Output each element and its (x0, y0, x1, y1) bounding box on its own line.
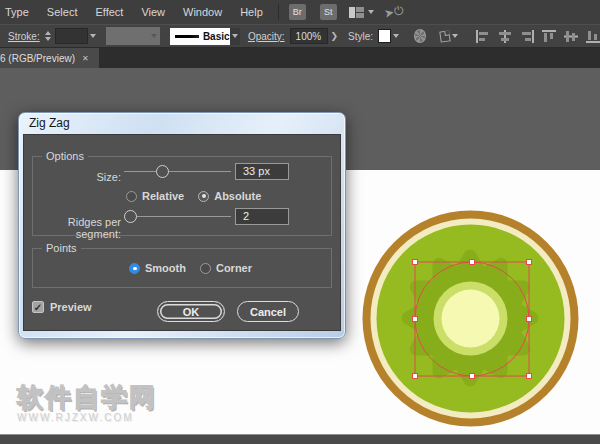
smooth-radio-icon[interactable] (129, 263, 140, 274)
preview-label: Preview (50, 301, 92, 313)
ridges-slider-thumb[interactable] (124, 210, 137, 223)
artboard-chevron-icon[interactable] (450, 28, 460, 44)
points-group-label: Points (42, 242, 81, 254)
workspace-switcher-icon[interactable] (349, 7, 364, 18)
watermark-title: 软件自学网 (17, 380, 157, 415)
stroke-label[interactable]: Stroke: (8, 31, 40, 42)
stroke-weight-chevron-icon[interactable] (88, 28, 98, 44)
document-tab-bar: 6 (RGB/Preview) ✕ (0, 48, 600, 68)
ridges-input[interactable]: 2 (235, 208, 289, 225)
align-middle-icon[interactable] (564, 30, 578, 43)
handle-top-center[interactable] (470, 260, 475, 265)
options-group-label: Options (42, 150, 88, 162)
handle-middle-right[interactable] (527, 317, 532, 322)
preview-option[interactable]: ✓ Preview (32, 301, 92, 313)
absolute-radio-icon[interactable] (198, 191, 209, 202)
ridges-slider[interactable] (124, 210, 231, 223)
control-bar: Stroke: Basic Opacity: 100% ❯ Style: (0, 24, 600, 48)
menu-window[interactable]: Window (174, 0, 231, 24)
status-strip (0, 434, 600, 444)
document-tab[interactable]: 6 (RGB/Preview) ✕ (0, 48, 99, 68)
style-label: Style: (348, 31, 373, 42)
dialog-titlebar[interactable]: Zig Zag (23, 113, 341, 134)
corner-radio[interactable]: Corner (200, 262, 252, 274)
handle-bottom-left[interactable] (413, 374, 418, 379)
handle-middle-left[interactable] (413, 317, 418, 322)
relative-radio[interactable]: Relative (126, 190, 184, 202)
size-label: Size: (34, 171, 121, 183)
cancel-button[interactable]: Cancel (237, 301, 299, 322)
handle-top-right[interactable] (527, 260, 532, 265)
align-center-icon[interactable] (498, 30, 512, 43)
align-top-icon[interactable] (542, 30, 556, 43)
absolute-radio[interactable]: Absolute (198, 190, 261, 202)
tab-close-icon[interactable]: ✕ (82, 54, 89, 63)
document-tab-title: 6 (RGB/Preview) (0, 53, 75, 64)
opacity-label[interactable]: Opacity: (248, 31, 285, 42)
size-input[interactable]: 33 px (235, 163, 289, 180)
bridge-button[interactable]: Br (289, 4, 306, 20)
stroke-stepper[interactable] (45, 31, 51, 41)
stroke-weight-field[interactable] (55, 28, 88, 44)
dialog-body: Options Size: 33 px Relative Absolute Ri… (23, 134, 341, 331)
recolor-artwork-icon[interactable] (414, 29, 426, 43)
brush-stroke-preview (175, 35, 199, 38)
size-slider[interactable] (124, 165, 231, 178)
smooth-radio[interactable]: Smooth (129, 262, 186, 274)
menu-help[interactable]: Help (231, 0, 272, 24)
relative-radio-icon[interactable] (126, 191, 137, 202)
menu-bar: Type Select Effect View Window Help Br S… (0, 0, 600, 24)
corner-radio-icon[interactable] (200, 263, 211, 274)
menu-select[interactable]: Select (38, 0, 87, 24)
align-right-icon[interactable] (520, 30, 534, 43)
menu-type[interactable]: Type (0, 0, 38, 24)
align-bottom-icon[interactable] (586, 30, 600, 43)
ridges-label: Ridges per segment: (24, 216, 121, 240)
ridges-slider-track[interactable] (124, 216, 231, 217)
preview-checkbox[interactable]: ✓ (32, 301, 44, 313)
menu-effect[interactable]: Effect (86, 0, 132, 24)
brush-definition-dropdown[interactable]: Basic (170, 28, 230, 45)
variable-width-dropdown (106, 27, 160, 45)
align-left-icon[interactable] (476, 30, 490, 43)
opacity-field[interactable]: 100% (290, 28, 329, 44)
points-radio-row: Smooth Corner (129, 262, 252, 274)
mode-radio-row: Relative Absolute (126, 190, 261, 202)
align-buttons (476, 30, 600, 43)
stock-button[interactable]: St (320, 4, 337, 20)
handle-bottom-right[interactable] (527, 374, 532, 379)
opacity-arrow-icon[interactable]: ❯ (330, 31, 338, 41)
menu-view[interactable]: View (132, 0, 174, 24)
handle-bottom-center[interactable] (470, 374, 475, 379)
brush-chevron-icon[interactable] (230, 28, 240, 45)
size-slider-track[interactable] (124, 171, 231, 172)
ok-button[interactable]: OK (157, 301, 225, 322)
style-swatch[interactable] (378, 29, 391, 43)
kiwi-core[interactable] (442, 290, 500, 348)
style-chevron-icon[interactable] (391, 28, 401, 44)
watermark: 软件自学网 WWW.RJZXW.COM (17, 380, 157, 423)
menu-separator (278, 4, 279, 20)
artboard-icon[interactable] (439, 30, 450, 42)
share-screen-icon[interactable]: ➤⏻ (383, 3, 405, 21)
workspace-chevron-icon[interactable] (368, 10, 374, 14)
handle-top-left[interactable] (413, 260, 418, 265)
zigzag-dialog: Zig Zag Options Size: 33 px Relative Abs… (18, 112, 346, 339)
size-slider-thumb[interactable] (156, 165, 169, 178)
